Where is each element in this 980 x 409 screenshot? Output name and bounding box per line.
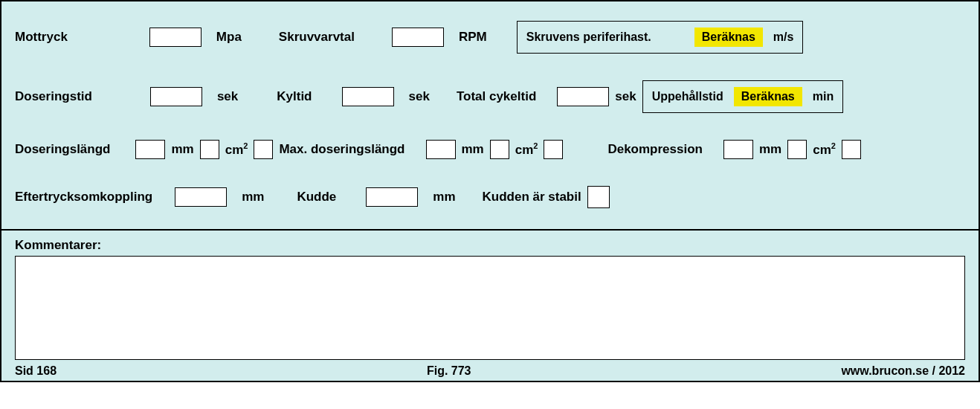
input-maxdos-mm[interactable] [426,140,456,159]
unit-cm2: cm2 [515,141,538,158]
label-skruvvarvtal: Skruvvarvtal [279,30,355,45]
input-skruvvarvtal[interactable] [392,28,444,47]
unit-sek2: sek [409,89,430,104]
unit-mpa: Mpa [216,30,242,45]
input-doslangd-mm[interactable] [135,140,165,159]
label-doseringstid: Doseringstid [15,89,92,104]
unit-mm2: mm [462,142,484,157]
row-doseringslangd: Doseringslängd mm cm2 Max. doseringsläng… [15,140,965,159]
label-eftertryck: Eftertrycksomkoppling [15,190,152,204]
input-dekomp-box1[interactable] [787,140,807,159]
input-dekomp-mm[interactable] [723,140,753,159]
input-doslangd-box1[interactable] [200,140,219,159]
footer-row: Sid 168 Fig. 773 www.brucon.se / 2012 [15,364,965,378]
label-uppehall: Uppehållstid [652,90,723,103]
label-doseringslangd: Doseringslängd [15,142,110,157]
label-mottryck: Mottryck [15,30,68,45]
input-dekomp-box2[interactable] [842,140,861,159]
input-maxdos-box2[interactable] [544,140,563,159]
bottom-section: Kommentarer: Sid 168 Fig. 773 www.brucon… [1,231,979,381]
input-kudde[interactable] [366,187,418,207]
label-dekompression: Dekompression [607,142,703,157]
calc-periferihast: Skruvens periferihast. Beräknas m/s [517,21,804,54]
unit-mm-kudde: mm [433,190,455,204]
calc-value-periferihast: Beräknas [694,28,763,47]
label-periferihast: Skruvens periferihast. [526,30,651,44]
unit-cm3: cm2 [813,141,836,158]
unit-mm-eft: mm [242,190,264,204]
form-page: Mottryck Mpa Skruvvarvtal RPM Skruvens p… [0,0,980,382]
footer-fig: Fig. 773 [427,364,471,378]
input-totalcykel[interactable] [557,87,609,106]
input-doseringstid[interactable] [150,87,202,106]
unit-sek1: sek [217,89,238,104]
calc-uppehall: Uppehållstid Beräknas min [642,80,844,113]
label-maxdos: Max. doseringslängd [279,142,404,157]
row-mottryck: Mottryck Mpa Skruvvarvtal RPM Skruvens p… [15,21,965,54]
input-stabil-check[interactable] [587,186,610,208]
unit-cm1: cm2 [225,141,248,158]
label-totalcykel: Total cykeltid [457,89,536,104]
input-maxdos-box1[interactable] [490,140,509,159]
input-doslangd-box2[interactable] [254,140,273,159]
unit-min: min [813,90,834,103]
label-kyltid: Kyltid [277,89,312,104]
row-eftertryck: Eftertrycksomkoppling mm Kudde mm Kudden… [15,186,965,208]
top-section: Mottryck Mpa Skruvvarvtal RPM Skruvens p… [1,1,979,231]
textarea-comments[interactable] [15,256,965,360]
unit-mm3: mm [759,142,781,157]
input-eftertryck[interactable] [175,187,227,207]
row-doseringstid: Doseringstid sek Kyltid sek Total cykelt… [15,80,965,113]
unit-ms: m/s [773,30,794,44]
label-kudde: Kudde [297,190,336,204]
unit-mm1: mm [171,142,193,157]
input-mottryck[interactable] [149,28,202,47]
footer-sid: Sid 168 [15,364,57,378]
label-stabil: Kudden är stabil [483,190,581,204]
unit-sek3: sek [615,89,636,104]
input-kyltid[interactable] [342,87,394,106]
label-comments: Kommentarer: [15,238,965,253]
calc-value-uppehall: Beräknas [734,87,802,106]
footer-src: www.brucon.se / 2012 [841,364,965,378]
unit-rpm: RPM [459,30,487,45]
